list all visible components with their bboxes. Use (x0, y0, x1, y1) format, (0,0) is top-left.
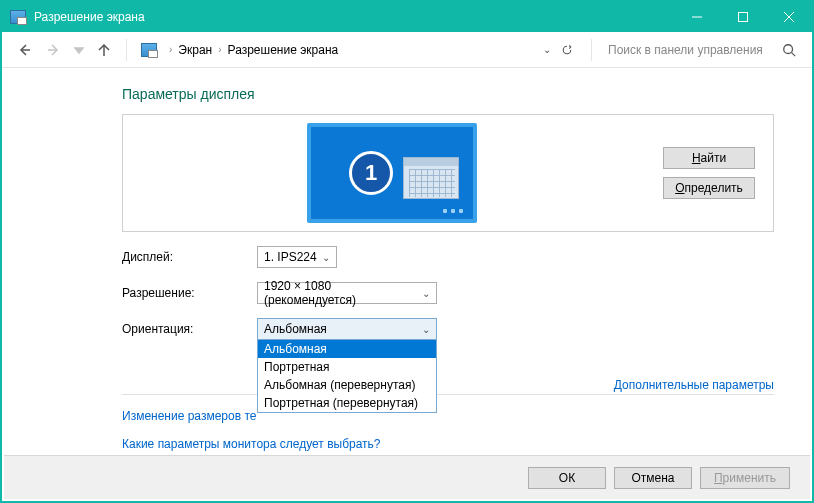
content-area: Параметры дисплея 1 Найти Определить Дис… (2, 68, 812, 455)
divider (122, 394, 774, 395)
titlebar: Разрешение экрана (2, 2, 812, 32)
search-placeholder-text: Поиск в панели управления (608, 43, 763, 57)
divider (591, 39, 592, 61)
cancel-button[interactable]: Отмена (614, 467, 692, 489)
refresh-icon[interactable] (561, 44, 573, 56)
orientation-option-landscape-flipped[interactable]: Альбомная (перевернутая) (258, 376, 436, 394)
chevron-right-icon: › (218, 44, 221, 55)
breadcrumb[interactable]: › Экран › Разрешение экрана ⌄ (169, 43, 581, 57)
chevron-down-icon: ⌄ (422, 324, 430, 335)
svg-line-8 (792, 52, 796, 56)
forward-button[interactable] (42, 38, 66, 62)
apply-button[interactable]: Применить (700, 467, 790, 489)
grid-icon (409, 169, 455, 197)
label-display: Дисплей: (122, 250, 257, 264)
label-orientation: Ориентация: (122, 322, 257, 336)
search-icon (782, 43, 796, 57)
resize-items-link[interactable]: Изменение размеров те (122, 409, 774, 423)
chevron-down-icon: ⌄ (422, 288, 430, 299)
page-title: Параметры дисплея (122, 86, 774, 102)
search-input[interactable]: Поиск в панели управления (602, 38, 802, 62)
minimize-button[interactable] (674, 2, 720, 32)
resolution-value: 1920 × 1080 (рекомендуется) (264, 279, 422, 307)
advanced-settings-link[interactable]: Дополнительные параметры (614, 378, 774, 392)
crumb-resolution[interactable]: Разрешение экрана (228, 43, 339, 57)
display-select[interactable]: 1. IPS224 ⌄ (257, 246, 337, 268)
monitor-thumbnail[interactable]: 1 (307, 123, 477, 223)
which-settings-link[interactable]: Какие параметры монитора следует выбрать… (122, 437, 774, 451)
resolution-select[interactable]: 1920 × 1080 (рекомендуется) ⌄ (257, 282, 437, 304)
recent-locations-button[interactable] (72, 38, 86, 62)
location-icon (141, 43, 157, 57)
svg-rect-1 (739, 13, 748, 22)
orientation-value: Альбомная (264, 322, 327, 336)
window-controls (674, 2, 812, 32)
ok-button[interactable]: ОК (528, 467, 606, 489)
divider (126, 39, 127, 61)
close-button[interactable] (766, 2, 812, 32)
orientation-option-portrait-flipped[interactable]: Портретная (перевернутая) (258, 394, 436, 412)
orientation-option-landscape[interactable]: Альбомная (258, 340, 436, 358)
find-button[interactable]: Найти (663, 147, 755, 169)
label-resolution: Разрешение: (122, 286, 257, 300)
svg-point-7 (784, 44, 793, 53)
orientation-option-portrait[interactable]: Портретная (258, 358, 436, 376)
chevron-right-icon: › (169, 44, 172, 55)
chevron-down-icon[interactable]: ⌄ (543, 44, 551, 55)
dots-icon (443, 209, 463, 213)
monitor-preview-box: 1 Найти Определить (122, 114, 774, 232)
chevron-down-icon: ⌄ (322, 252, 330, 263)
dialog-footer: ОК Отмена Применить (4, 455, 810, 499)
maximize-button[interactable] (720, 2, 766, 32)
display-settings-icon (10, 10, 26, 24)
navbar: › Экран › Разрешение экрана ⌄ Поиск в па… (2, 32, 812, 68)
orientation-dropdown: Альбомная Портретная Альбомная (переверн… (257, 339, 437, 413)
back-button[interactable] (12, 38, 36, 62)
display-value: 1. IPS224 (264, 250, 317, 264)
detect-button[interactable]: Определить (663, 177, 755, 199)
orientation-select[interactable]: Альбомная ⌄ Альбомная Портретная Альбомн… (257, 318, 437, 340)
up-button[interactable] (92, 38, 116, 62)
window-title: Разрешение экрана (34, 10, 674, 24)
monitor-number-badge: 1 (349, 151, 393, 195)
crumb-screen[interactable]: Экран (178, 43, 212, 57)
